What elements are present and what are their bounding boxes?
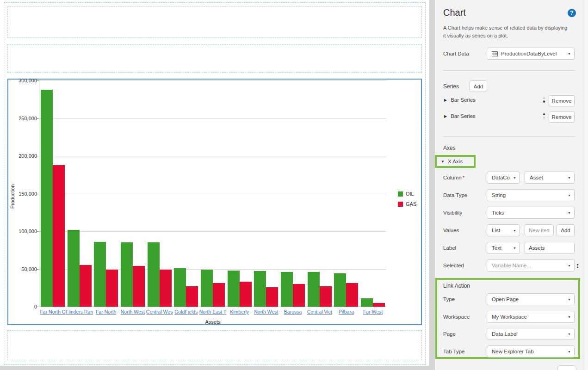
workspace-dropdown[interactable]: My Workspace▼ [487,311,575,323]
link-type-label: Type [443,296,455,302]
x-axis-category-link[interactable]: Far North C [40,309,65,314]
bar-oil[interactable] [68,230,80,307]
legend-item-gas: GAS [398,201,416,207]
bar-oil[interactable] [121,242,133,307]
legend-label-gas: GAS [406,201,416,207]
empty-layout-row-1[interactable] [7,6,422,38]
column-source-dropdown[interactable]: DataColu▼ [487,172,520,184]
chart-control[interactable]: 300,000250,000200,000150,000100,00050,00… [7,79,422,325]
move-down-icon[interactable]: ▼ [542,116,546,120]
label-mode-dropdown[interactable]: Text▼ [487,242,520,254]
chart-data-dropdown[interactable]: ProductionDataByLevel ▼ [487,48,575,60]
clipped-bottom-button[interactable] [557,365,576,370]
link-action-heading: Link Action [443,283,470,289]
move-down-icon[interactable]: ▼ [542,99,546,104]
bar-oil[interactable] [41,90,53,307]
bar-gas[interactable] [186,286,198,307]
expand-right-icon[interactable]: ▶ [444,114,447,118]
bar-oil[interactable] [201,270,213,307]
bar-oil[interactable] [228,271,240,307]
bar-gas[interactable] [293,284,305,307]
tab-type-dropdown[interactable]: New Explorer Tab▼ [487,345,575,358]
bar-oil[interactable] [254,271,266,307]
empty-layout-row-3[interactable] [7,330,422,360]
y-tick-label: 50,000 [9,266,37,272]
x-axis-category-link[interactable]: North East T [199,309,227,314]
page-dropdown[interactable]: Data Label▼ [487,328,575,340]
selected-variable-dropdown[interactable]: Variable Name...▼ [487,259,575,271]
x-axis-category-link[interactable]: North West [254,309,278,314]
link-type-dropdown[interactable]: Open Page▼ [487,293,575,305]
bar-oil[interactable] [94,242,106,307]
table-icon [492,51,498,56]
bar-gas[interactable] [133,266,145,307]
x-axis-category-link[interactable]: Barossa [284,309,302,314]
bar-oil[interactable] [308,272,320,307]
bar-oil[interactable] [334,273,346,307]
chevron-down-icon: ▼ [568,52,571,56]
x-axis-category-link[interactable]: Far North [96,309,116,314]
expand-down-icon[interactable]: ▼ [441,160,445,164]
values-label: Values [443,228,459,233]
x-axis-category-link[interactable]: Far West [363,309,383,314]
section-divider [443,136,576,137]
bar-gas[interactable] [106,270,118,307]
y-axis-title: Production [10,166,16,227]
selected-label: Selected [443,263,464,268]
panel-title: Chart [443,7,466,18]
bar-gas[interactable] [266,287,278,307]
bar-gas[interactable] [373,303,385,307]
values-new-item-input[interactable]: New item [525,224,554,236]
chart-data-label: Chart Data [443,51,469,56]
visibility-dropdown[interactable]: Ticks▼ [487,207,575,219]
bar-oil[interactable] [148,242,160,307]
panel-description: A Chart helps make sense of related data… [443,24,571,40]
x-axis-category-link[interactable]: North West [121,309,145,314]
bar-gas[interactable] [346,283,358,307]
series-remove-button-1[interactable]: Remove [549,95,575,106]
section-divider [443,70,576,71]
values-add-button[interactable]: Add [557,224,575,236]
bar-group [173,80,199,307]
x-axis-category-link[interactable]: Central Wes [146,309,173,314]
chart-legend: OIL GAS [398,191,416,211]
bar-oil[interactable] [174,268,186,307]
bar-oil[interactable] [281,272,293,307]
required-asterisk: * [463,175,464,180]
reorder-arrows-1[interactable]: ▲▼ [541,96,547,104]
x-axis-category-link[interactable]: GoldFields [174,309,198,314]
series-item-1[interactable]: ▶ Bar Series [444,97,476,103]
bar-group [226,80,253,307]
designer-window: 300,000250,000200,000150,000100,00050,00… [0,0,588,370]
bar-gas[interactable] [240,282,252,307]
x-axis-category-link[interactable]: Central Vict [307,309,332,314]
bar-oil[interactable] [361,298,373,307]
bar-gas[interactable] [213,283,225,307]
x-axis-category-link[interactable]: Kimberly [230,309,249,314]
x-axis-category-link[interactable]: Flinders Ran [66,309,93,314]
reorder-arrows-2[interactable]: ▲▼ [541,112,547,120]
series-add-button[interactable]: Add [470,80,487,92]
x-axis-expander-highlight[interactable]: ▼ X Axis [435,155,476,168]
help-icon[interactable]: ? [568,9,576,17]
resize-vertical-icon[interactable]: ↕ [576,261,580,269]
x-axis-category-link[interactable]: Pilbara [339,309,354,314]
label-text-input[interactable]: Assets [525,242,575,254]
column-label: Column* [443,175,464,180]
panel-scrollbar[interactable] [584,0,588,370]
column-field-dropdown[interactable]: Asset▼ [525,172,575,184]
data-type-dropdown[interactable]: String▼ [487,189,575,201]
series-remove-button-2[interactable]: Remove [549,111,575,123]
visibility-label: Visibility [443,210,462,216]
values-mode-dropdown[interactable]: List▼ [487,224,520,236]
design-canvas[interactable]: 300,000250,000200,000150,000100,00050,00… [0,0,429,366]
empty-layout-row-2[interactable] [7,44,422,73]
bar-gas[interactable] [160,270,172,307]
legend-item-oil: OIL [398,191,416,197]
bar-gas[interactable] [53,165,65,307]
bar-gas[interactable] [320,286,332,307]
bar-gas[interactable] [80,265,92,307]
series-item-2[interactable]: ▶ Bar Series [444,113,476,119]
expand-right-icon[interactable]: ▶ [444,98,447,102]
tab-type-label: Tab Type [443,349,464,354]
